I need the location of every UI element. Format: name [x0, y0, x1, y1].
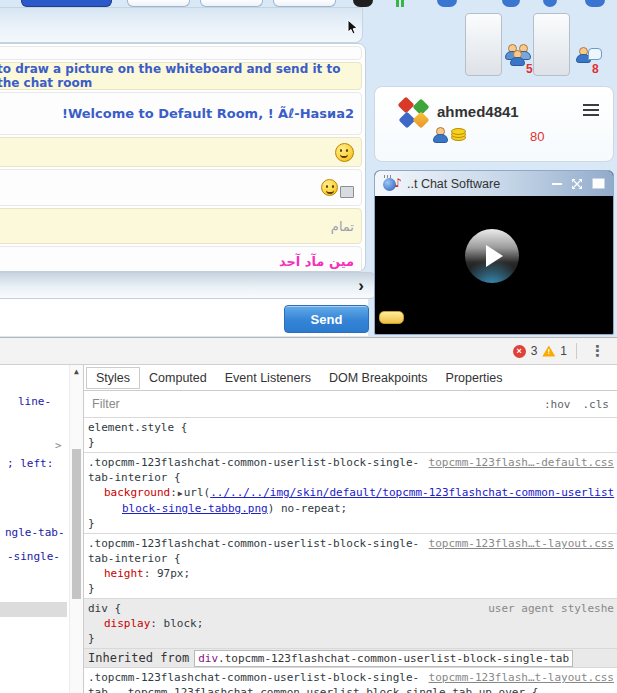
kebab-menu-icon[interactable]: ⋮ [586, 342, 609, 360]
toolbar-button-1[interactable] [127, 0, 190, 7]
speech-bubble-icon [588, 48, 602, 60]
style-rule-2: .topcmm-123flashchat-common-userlist-blo… [84, 534, 617, 599]
dom-node-fragment[interactable]: ; left: [7, 457, 53, 470]
chat-message-text: to draw a picture on the whiteboard and … [0, 62, 354, 90]
toolbar-active-button[interactable] [21, 0, 112, 7]
chat-input-area[interactable]: Send [0, 299, 368, 336]
sidebar-tabs: Styles Computed Event Listeners DOM Brea… [84, 365, 617, 391]
warning-icon[interactable] [542, 346, 555, 357]
tag-name: div [198, 652, 218, 665]
css-declaration: display: block; [88, 616, 617, 631]
smiley-typing-icon [321, 179, 338, 196]
css-value: : 97px; [144, 567, 190, 580]
elements-scrollbar[interactable]: ▲ [69, 365, 83, 693]
tab-event-listeners[interactable]: Event Listeners [216, 368, 320, 388]
css-declaration[interactable]: background:▶url(../../../img/skin/defaul… [88, 485, 617, 501]
chat-message-row [0, 137, 362, 167]
css-url-link[interactable]: ../../../img/skin/default/topcmm-123flas… [210, 486, 614, 499]
expand-button[interactable] [571, 178, 583, 190]
toolbar-icon-green[interactable] [396, 0, 399, 7]
menu-list-icon[interactable] [583, 104, 599, 116]
video-progress-chip[interactable] [379, 311, 404, 324]
minimize-button[interactable] [552, 183, 562, 185]
css-declaration[interactable]: height: 97px; [88, 566, 617, 581]
cls-toggle[interactable]: .cls [583, 398, 610, 411]
restore-button[interactable] [592, 178, 605, 189]
userlist-tab-users[interactable] [465, 13, 502, 76]
chat-message-row: مين مآد آحد [0, 246, 362, 272]
tab-dom-breakpoints[interactable]: DOM Breakpoints [320, 368, 437, 388]
dom-node-fragment[interactable]: > [55, 439, 62, 452]
chat-collapse-bar[interactable]: › [0, 272, 377, 299]
css-selector[interactable]: element.style { [88, 420, 617, 435]
css-selector[interactable]: tab-interior { [88, 470, 617, 485]
chat-message-row: to draw a picture on the whiteboard and … [0, 62, 362, 90]
dom-node-fragment[interactable]: -single- [7, 550, 60, 563]
css-selector[interactable]: .topcmm-123flashchat-common-userlist-blo… [88, 536, 419, 551]
error-icon[interactable] [513, 345, 526, 358]
source-link[interactable]: topcmm-123flash…-default.css [429, 455, 614, 470]
css-property: height [104, 567, 144, 580]
devtools-toolbar: 3 1 ⋮ [0, 338, 617, 365]
css-selector[interactable]: .topcmm-123flashchat-common-userlist-blo… [88, 455, 419, 470]
source-link[interactable]: topcmm-123flash…t-layout.css [429, 536, 614, 551]
css-url-link[interactable]: block-single-tabbg.png [122, 502, 268, 515]
hov-toggle[interactable]: :hov [544, 398, 571, 411]
source-link[interactable]: topcmm-123flash…t-layout.css [429, 670, 614, 685]
inherited-from-bar: Inherited from div.topcmm-123flashchat-c… [84, 649, 617, 668]
elements-panel: line- > ; left: ngle-tab- -single- ▲ [0, 365, 84, 693]
scrollbar-thumb[interactable] [72, 449, 81, 599]
chat-message-row: تمام [0, 208, 362, 244]
play-button[interactable] [465, 229, 519, 283]
css-selector[interactable]: .topcmm-123flashchat-common-userlist-blo… [88, 670, 419, 685]
video-area [375, 196, 613, 333]
inherited-node-box[interactable]: div.topcmm-123flashchat-common-userlist-… [194, 650, 573, 667]
css-property: background [104, 486, 170, 499]
userlist-panel[interactable]: ahmed4841 80 [374, 86, 614, 162]
computer-icon [340, 186, 354, 198]
toolbar-icon-blue-2[interactable] [502, 0, 520, 7]
tab-styles[interactable]: Styles [86, 367, 140, 389]
error-count[interactable]: 3 [531, 344, 538, 358]
send-button[interactable]: Send [284, 305, 369, 333]
toolbar-icon-blue-4[interactable] [585, 0, 605, 7]
dom-node-fragment[interactable]: line- [18, 395, 51, 408]
user-icon [433, 127, 447, 142]
css-value: ) no-repeat; [268, 502, 347, 515]
inherited-from-label: Inherited from [88, 651, 189, 666]
scroll-up-icon[interactable]: ▲ [70, 367, 83, 376]
mouse-cursor-icon [347, 19, 358, 35]
chats-count-badge: 8 [592, 62, 599, 76]
toolbar-icon-dark[interactable] [353, 0, 373, 7]
window-title: ..t Chat Software [407, 177, 552, 191]
toolbar-icon-blue-1[interactable] [437, 0, 457, 7]
filter-input[interactable]: Filter [92, 397, 532, 411]
styles-filter-row: Filter :hov .cls [84, 391, 617, 418]
warning-count[interactable]: 1 [560, 344, 567, 358]
tab-computed[interactable]: Computed [140, 368, 216, 388]
toolbar-button-3[interactable] [273, 0, 336, 7]
username: ahmed4841 [437, 103, 519, 120]
chat-message-row: !Welcome to Default Room, ! Ãℓ-Наѕиа2 [0, 92, 362, 135]
css-selector[interactable]: div { [88, 601, 121, 616]
video-window: ♪ ..t Chat Software [374, 170, 614, 335]
video-window-titlebar[interactable]: ♪ ..t Chat Software [375, 171, 613, 196]
element-style-rule: element.style { } [84, 418, 617, 453]
chat-message-text: تمام [331, 219, 354, 234]
css-colon: : [170, 486, 177, 499]
chat-message-text: !Welcome to Default Room, ! Ãℓ-Наѕиа2 [62, 106, 354, 121]
app-screen: to draw a picture on the whiteboard and … [0, 0, 617, 693]
chat-message-row [0, 169, 362, 206]
dom-node-fragment[interactable]: ngle-tab- [5, 526, 65, 539]
userlist-tab-chats[interactable] [533, 13, 570, 76]
css-selector[interactable]: tab-interior { [88, 551, 617, 566]
toolbar-icon-blue-3[interactable] [543, 0, 557, 7]
toolbar-button-2[interactable] [200, 0, 263, 7]
tab-properties[interactable]: Properties [437, 368, 512, 388]
disclosure-triangle-icon[interactable]: ▶ [177, 489, 184, 498]
selected-dom-row[interactable] [0, 602, 67, 617]
css-declaration[interactable]: block-single-tabbg.png) no-repeat; [88, 501, 617, 516]
whiteboard-panel[interactable] [0, 7, 363, 43]
source-label: user agent styleshe [488, 601, 614, 616]
css-selector[interactable]: tab, .topcmm-123flashchat-common-userlis… [88, 685, 617, 693]
